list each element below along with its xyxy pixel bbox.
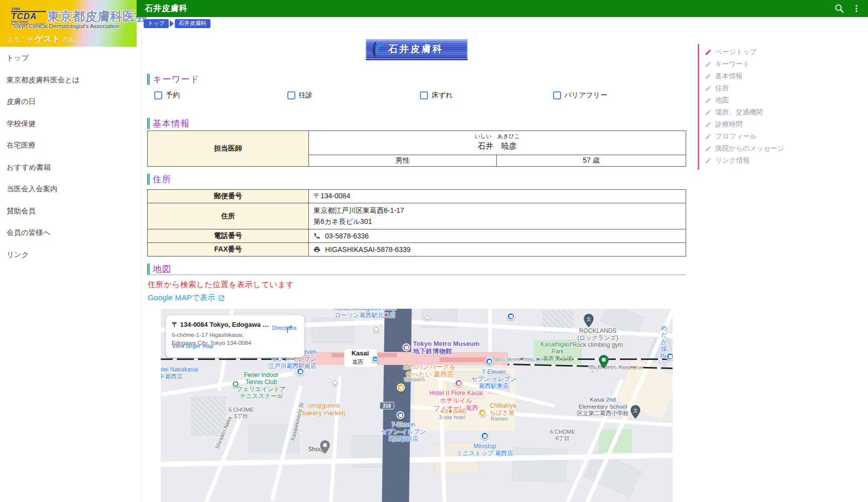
sidebar-item-skin-day[interactable]: 皮膚の日	[0, 91, 137, 113]
topbar: 石井皮膚科	[137, 0, 868, 17]
page-nav-item-profile[interactable]: プロフィール	[705, 131, 784, 143]
section-address: 住所	[147, 173, 171, 185]
map-label: cinq(gonno bakery market)	[302, 402, 346, 417]
keyword-checkbox-barrier-free[interactable]	[553, 91, 561, 99]
page: { "sidebar": { "logo": { "mark_year": "1…	[0, 0, 868, 502]
map-label: Kasaiekinishi St	[289, 402, 305, 441]
keyword-checkbox-bedsore[interactable]	[420, 91, 428, 99]
sidebar-item-school-health[interactable]: 学校保健	[0, 113, 137, 135]
directions-button[interactable]: Directions	[270, 323, 298, 331]
breadcrumb-arrow-icon	[170, 20, 174, 27]
breadcrumb-current[interactable]: 石井皮膚科	[175, 19, 210, 28]
section-bar-icon	[147, 174, 150, 185]
phone-icon	[313, 232, 320, 239]
arrow-marker[interactable]: →	[588, 366, 595, 374]
section-bar-icon	[147, 118, 150, 129]
pencil-icon	[705, 97, 712, 104]
sidebar-item-for-members[interactable]: 会員の皆様へ	[0, 222, 137, 244]
map-label: Ministop ミニストップ 葛西店	[456, 443, 513, 457]
tennis-marker[interactable]	[232, 381, 240, 388]
page-nav-item-message[interactable]: 病院からのメッセージ	[705, 143, 784, 155]
google-map-link[interactable]: Google MAPで表示	[148, 293, 225, 303]
map-notice: 住所から検索した位置を表示しています	[148, 280, 294, 290]
map-label: 4.0★(544)	[441, 408, 466, 415]
map-label: Tokyo Metro Museum 地下鉄博物館	[413, 340, 480, 355]
section-bar-icon	[147, 74, 150, 85]
store-marker[interactable]	[396, 411, 404, 419]
restaurant-marker[interactable]	[397, 384, 405, 392]
google-map-embed[interactable]: Kasaiekikitaguchi Shop ローソン葛西駅北口店Tokyo M…	[161, 309, 673, 502]
sidebar-item-about[interactable]: 東京都皮膚科医会とは	[0, 69, 137, 91]
welcome-username: ゲスト	[35, 34, 60, 43]
pencil-icon	[705, 73, 712, 80]
map-section-divider	[147, 275, 686, 275]
page-nav-item-access[interactable]: 場所、交通機関	[705, 106, 784, 118]
content-divider	[141, 17, 142, 502]
breadcrumb-top[interactable]: トップ	[144, 19, 169, 28]
hotel-marker[interactable]	[455, 379, 463, 387]
map-label: Kasai	[352, 349, 369, 357]
pencil-icon	[705, 85, 712, 92]
arrow-marker[interactable]: →	[279, 391, 287, 398]
metro-marker[interactable]: M	[372, 356, 379, 362]
keyword-checkbox-reservation[interactable]	[154, 91, 162, 99]
sidebar-item-top[interactable]: トップ	[0, 47, 137, 69]
external-link-icon	[218, 295, 225, 302]
phone-number[interactable]: 03-5878-6336	[325, 232, 369, 240]
map-label: 3-star hotel	[439, 414, 466, 420]
basic-info-table: 担当医師 いしい あきひこ 石井 暁彦 男性 57 歳	[147, 131, 686, 167]
breadcrumb: トップ 石井皮膚科	[144, 20, 210, 27]
sidebar: 1984 TCDA Tokyo Clinical Dermatologist's…	[0, 0, 137, 502]
keyword-list: 予約 往診 床ずれ バリアフリー	[154, 91, 686, 100]
address-table: 郵便番号 〒134-0084 住所 東京都江戸川区東葛西6-1-17 第6カネ長…	[147, 189, 686, 257]
page-nav-item-hours[interactable]: 診療時間	[705, 118, 784, 131]
association-subtitle: Tokyo Clinical Dermatologist's Associati…	[12, 23, 120, 29]
table-row: FAX番号 HIGASHIKASAI-5878-6339	[148, 243, 686, 257]
museum-marker[interactable]	[402, 343, 410, 351]
store-marker[interactable]	[666, 352, 673, 360]
arrow-marker[interactable]: →	[374, 405, 382, 412]
arrow-marker[interactable]: →	[431, 371, 439, 380]
pencil-icon	[705, 61, 712, 68]
sidebar-item-links[interactable]: リンク	[0, 244, 137, 266]
search-button[interactable]	[831, 0, 848, 17]
doctor-label: 担当医師	[148, 131, 309, 167]
bus-marker[interactable]	[332, 380, 339, 386]
page-nav-item-basic-info[interactable]: 基本情報	[705, 70, 784, 82]
restaurant-marker[interactable]	[478, 409, 486, 417]
sidebar-item-supporting-members[interactable]: 賛助会員	[0, 200, 137, 222]
clinic-logo-icon	[368, 40, 385, 58]
map-label: Kasaiekikitaguchi Shop ローソン葛西駅北口店	[334, 309, 396, 319]
overflow-menu-button[interactable]	[848, 0, 865, 17]
page-nav-item-address[interactable]: 住所	[705, 82, 784, 94]
association-logo[interactable]: 1984 TCDA Tokyo Clinical Dermatologist's…	[0, 0, 137, 47]
map-label: 7-Eleven セブン-イレブン 葛西駅前店	[381, 421, 426, 442]
sidebar-menu: トップ 東京都皮膚科医会とは 皮膚の日 学校保健 在宅医療 おすすめ書籍 当医会…	[0, 47, 137, 266]
store-marker[interactable]	[481, 432, 489, 440]
address-label: 住所	[148, 203, 309, 229]
keyword-checkbox-house-call[interactable]	[287, 91, 295, 99]
sidebar-item-home-care[interactable]: 在宅医療	[0, 135, 137, 157]
bus-marker[interactable]	[373, 326, 380, 333]
keyword-barrier-free: バリアフリー	[553, 91, 686, 100]
sidebar-item-membership[interactable]: 当医会入会案内	[0, 178, 137, 200]
store-marker[interactable]	[485, 357, 493, 365]
page-nav-list: ページトップ キーワード 基本情報 住所 地図 場所、交通機関 診療時間 プロフ…	[705, 46, 784, 167]
store-marker[interactable]	[507, 312, 515, 320]
page-nav-item-map[interactable]: 地図	[705, 94, 784, 106]
map-label: Tokyo-Metro-Tozai-Line	[588, 364, 642, 370]
arrow-marker[interactable]: →	[292, 361, 299, 369]
pencil-icon	[705, 157, 712, 164]
page-nav-item-page-top[interactable]: ページトップ	[705, 46, 784, 58]
fax-value-cell: HIGASHIKASAI-5878-6339	[309, 243, 686, 257]
bus-marker[interactable]	[424, 315, 431, 321]
page-nav-item-link-info[interactable]: リンク情報	[705, 155, 784, 167]
map-label: 7-Eleven セブン-イレブン 葛西駅東店	[471, 368, 516, 390]
phone-value-cell: 03-5878-6336	[309, 229, 686, 243]
sidebar-item-books[interactable]: おすすめ書籍	[0, 157, 137, 179]
doctor-gender: 男性	[309, 155, 497, 167]
map-label: Kasai 2nd Elementary School 区立第二葛西小学校	[577, 397, 629, 417]
table-row: 郵便番号 〒134-0084	[148, 190, 686, 203]
phone-label: 電話番号	[148, 229, 309, 243]
page-nav-item-keywords[interactable]: キーワード	[705, 58, 784, 70]
